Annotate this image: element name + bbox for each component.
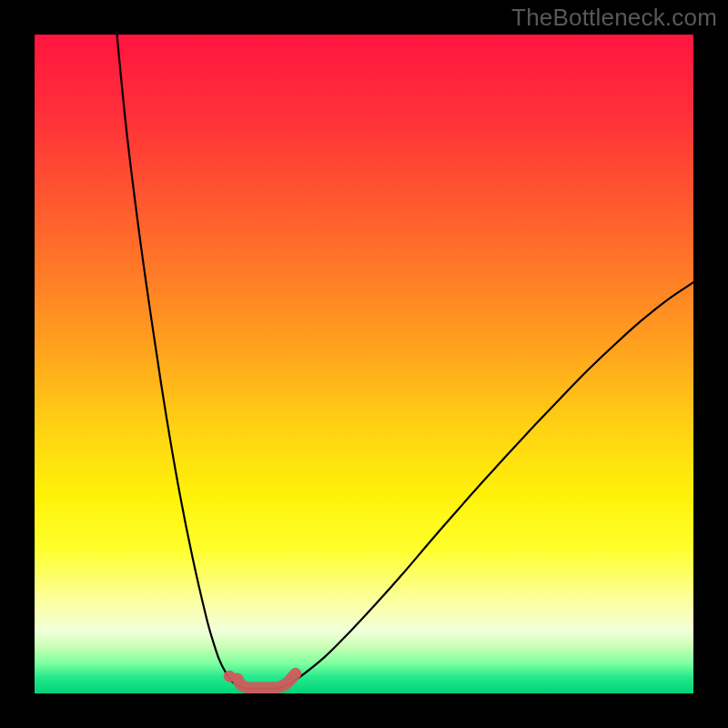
curve-right-branch bbox=[285, 282, 693, 686]
highlight-dot bbox=[224, 671, 236, 682]
chart-stage: TheBottleneck.com bbox=[0, 0, 728, 728]
watermark-text: TheBottleneck.com bbox=[511, 4, 717, 32]
curve-layer bbox=[35, 35, 693, 693]
curve-left-branch bbox=[117, 35, 239, 686]
plot-area bbox=[35, 35, 693, 693]
highlight-path bbox=[238, 673, 296, 688]
